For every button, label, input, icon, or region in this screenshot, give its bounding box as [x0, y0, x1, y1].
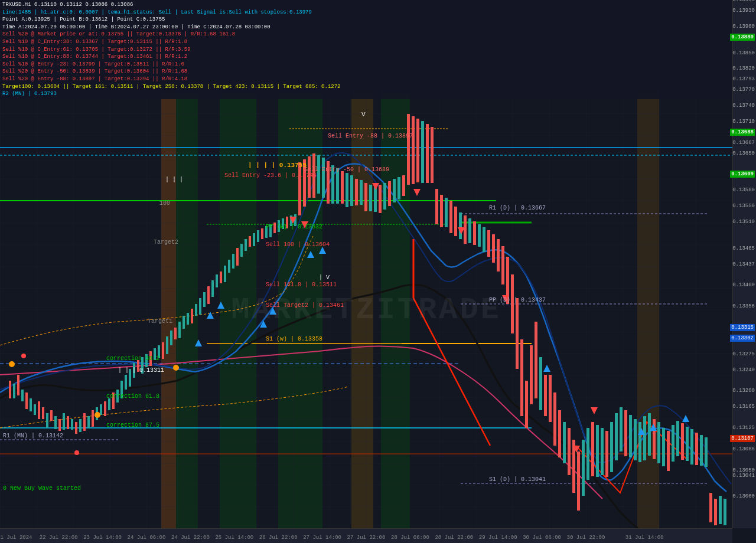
svg-rect-46: [199, 298, 201, 315]
info-line-5: Sell %20 @ Market price or at: 0.13755 |…: [2, 31, 730, 38]
sell-info-1: Sell %20 @ Market price or at: 0.13755 |…: [2, 31, 235, 37]
price-label-0.13793: 0.13793: [732, 76, 755, 82]
price-13311-label: | | | 0.13311: [118, 367, 164, 374]
time-axis: 21 Jul 202422 Jul 22:0023 Jul 14:0024 Ju…: [0, 528, 732, 543]
sell-entry-236-label: Sell Entry -23.6 | 0.13745: [224, 172, 317, 179]
svg-rect-105: [464, 215, 467, 244]
price-label-0.13000: 0.13000: [732, 493, 755, 499]
svg-rect-6: [34, 404, 36, 415]
svg-rect-10: [50, 410, 53, 421]
svg-rect-55: [236, 248, 239, 266]
grid-bg: [0, 91, 732, 528]
r2-line: R2 (MN) | 0.13793: [2, 90, 730, 98]
time-label: 21 Jul 2024: [0, 535, 32, 541]
svg-rect-157: [709, 493, 712, 522]
svg-rect-91: [397, 177, 400, 199]
svg-rect-18: [83, 413, 86, 431]
signal-info: Line:1485 | h1_atr_c:0: 0.0007 | tema_h1…: [2, 9, 312, 15]
svg-rect-57: [245, 239, 247, 251]
svg-rect-153: [690, 429, 693, 465]
svg-rect-22: [100, 404, 102, 415]
svg-rect-20: [92, 410, 94, 427]
time-label: 25 Jul 14:00: [215, 535, 253, 541]
price-label-0.13086: 0.13086: [732, 446, 755, 452]
svg-rect-117: [520, 339, 523, 416]
svg-rect-96: [421, 121, 424, 183]
svg-rect-92: [402, 175, 405, 196]
svg-rect-88: [383, 183, 386, 210]
svg-rect-12: [58, 419, 61, 431]
info-line-9: Sell %10 @ Entry -23: 0.13799 | Target:0…: [2, 61, 730, 68]
svg-rect-102: [449, 201, 452, 233]
svg-rect-99: [435, 189, 438, 224]
symbol-price: TRXUSD.H1 0.13110 0.13112 0.13086 0.1308…: [2, 2, 133, 8]
price-label-0.13710: 0.13710: [732, 119, 755, 125]
price-13755-label: | | | | 0.13755: [248, 162, 307, 169]
svg-rect-120: [535, 322, 537, 398]
svg-rect-129: [577, 452, 580, 511]
svg-rect-23: [104, 401, 106, 416]
price-axis: 0.139550.139300.139000.138800.138500.138…: [732, 0, 756, 528]
svg-rect-11: [54, 416, 57, 429]
svg-rect-42: [183, 316, 185, 329]
price-label-0.13302: 0.13302: [730, 335, 755, 342]
price-label-0.13315: 0.13315: [730, 324, 755, 331]
svg-rect-85: [369, 185, 372, 211]
price-label-0.13437: 0.13437: [732, 261, 755, 267]
target2-label: Target2: [154, 239, 178, 246]
s1-d-label: S1 (D) | 0.13041: [489, 476, 546, 483]
correction-875-label: correction 87.5: [106, 422, 159, 428]
times-info: Time A:2024.07.29 05:00:00 | Time B:2024…: [2, 24, 271, 30]
info-panel: TRXUSD.H1 0.13110 0.13112 0.13086 0.1308…: [0, 0, 732, 99]
price-label-0.13955: 0.13955: [732, 0, 755, 3]
price-label-0.13580: 0.13580: [732, 187, 755, 193]
svg-rect-13: [63, 413, 65, 430]
svg-rect-111: [492, 234, 495, 263]
svg-rect-146: [657, 422, 660, 463]
level-100-label: 100: [159, 200, 170, 207]
sell-1618-label: Sell 161.8 | 0.13511: [266, 282, 337, 288]
svg-rect-142: [638, 422, 641, 462]
info-line-12: Target100: 0.13604 || Target 161: 0.1351…: [2, 83, 730, 91]
price-label-0.13240: 0.13240: [732, 367, 755, 373]
svg-rect-75: [322, 158, 325, 198]
time-label: 28 Jul 06:00: [391, 535, 429, 541]
svg-rect-137: [615, 413, 618, 460]
svg-rect-127: [568, 428, 571, 475]
svg-rect-155: [700, 435, 703, 466]
svg-rect-16: [75, 422, 77, 434]
svg-rect-60: [257, 230, 259, 242]
price-label-0.13650: 0.13650: [732, 151, 755, 156]
svg-rect-132: [591, 422, 594, 476]
svg-rect-39: [170, 331, 172, 345]
svg-rect-150: [676, 421, 679, 456]
svg-rect-124: [553, 392, 556, 446]
sell-info-5: Sell %10 @ Entry -23: 0.13799 | Target:0…: [2, 61, 184, 67]
svg-rect-41: [178, 322, 181, 338]
svg-rect-1: [13, 384, 15, 398]
svg-rect-14: [67, 416, 69, 429]
svg-rect-8: [42, 407, 44, 419]
info-line-4: Time A:2024.07.29 05:00:00 | Time B:2024…: [2, 24, 730, 31]
svg-rect-45: [195, 304, 197, 316]
svg-rect-87: [379, 185, 382, 213]
svg-rect-107: [473, 221, 476, 245]
time-label: 24 Jul 06:00: [128, 535, 166, 541]
svg-rect-125: [558, 410, 561, 457]
svg-rect-81: [350, 175, 353, 206]
sell-entry-50-label: Sell Entry -50 | 0.13689: [304, 166, 389, 173]
price-label-0.13550: 0.13550: [732, 203, 755, 209]
price-label-0.13125: 0.13125: [732, 425, 755, 431]
price-label-0.13041: 0.13041: [732, 473, 755, 479]
sell-info-6: Sell %20 @ Entry -50: 0.13839 | Target:0…: [2, 68, 187, 74]
svg-rect-109: [483, 227, 485, 252]
svg-rect-95: [416, 119, 419, 182]
svg-rect-140: [629, 415, 632, 457]
svg-rect-133: [596, 425, 599, 477]
time-label: 27 Jul 14:00: [303, 535, 341, 541]
svg-rect-54: [232, 254, 234, 269]
svg-rect-59: [253, 233, 255, 246]
sell-info-3: Sell %10 @ C_Entry:61: 0.13705 | Target:…: [2, 47, 191, 53]
sell-info-2: Sell %10 @ C_Entry:38: 0.13367 | Target:…: [2, 39, 187, 45]
svg-rect-3: [21, 390, 24, 401]
